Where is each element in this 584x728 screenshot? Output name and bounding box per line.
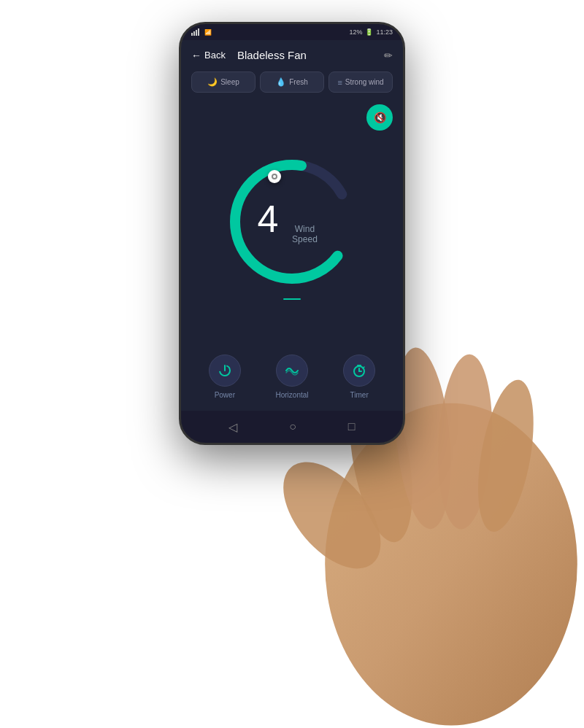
status-left: 📶 [191,28,212,36]
sound-button[interactable]: 🔇 [366,104,393,131]
battery-icon: 🔋 [365,28,373,36]
svg-point-12 [468,376,543,536]
wind-speed-label: Wind Speed [283,223,326,244]
dial-knob-inner [272,174,277,179]
back-button[interactable]: ← Back [191,50,226,61]
power-control[interactable]: Power [209,355,241,399]
nav-home-button[interactable]: ○ [289,420,296,433]
nav-menu-button[interactable]: □ [348,420,356,433]
power-icon-circle [209,355,241,387]
app-screen: ← Back Bladeless Fan ✏ 🌙 Sleep 💧 Fresh [181,40,403,411]
wind-speed-number: 4 [258,199,279,237]
phone-wrapper: 📶 12% 🔋 11:23 ← Back Bladeless Fan [179,22,405,445]
svg-point-8 [325,403,577,726]
timer-icon [352,363,366,378]
phone: 📶 12% 🔋 11:23 ← Back Bladeless Fan [179,22,405,445]
horizontal-icon [284,363,300,379]
app-title: Bladeless Fan [237,49,384,61]
signal-bars [191,28,199,36]
status-right: 12% 🔋 11:23 [349,28,393,36]
battery-text: 12% [349,28,362,36]
horizontal-label: Horizontal [275,391,308,399]
dial-knob[interactable] [268,170,281,183]
mode-fresh[interactable]: 💧 Fresh [260,71,324,93]
horizontal-control[interactable]: Horizontal [275,355,308,399]
sleep-icon: 🌙 [207,77,218,87]
timer-icon-circle [343,355,375,387]
timer-control[interactable]: Timer [343,355,375,399]
fresh-icon: 💧 [276,77,286,87]
svg-point-13 [264,444,399,586]
dial-container[interactable]: 4 Wind Speed [223,152,361,291]
time-text: 11:23 [376,28,393,36]
mode-sleep[interactable]: 🌙 Sleep [191,71,256,93]
sound-icon: 🔇 [374,112,386,123]
edit-icon[interactable]: ✏ [384,50,393,61]
scene: 📶 12% 🔋 11:23 ← Back Bladeless Fan [0,0,584,728]
mode-buttons: 🌙 Sleep 💧 Fresh ≡ Strong wind [191,71,393,93]
svg-point-11 [434,353,496,530]
fresh-label: Fresh [289,78,308,86]
mode-strong-wind[interactable]: ≡ Strong wind [328,71,393,93]
strong-wind-label: Strong wind [345,78,384,86]
status-bar: 📶 12% 🔋 11:23 [181,24,403,40]
power-label: Power [215,391,235,399]
app-header: ← Back Bladeless Fan ✏ [191,49,393,61]
bottom-controls: Power Horizontal [191,347,393,402]
wifi-icon: 📶 [204,29,212,36]
horizontal-icon-circle [276,355,308,387]
dial-indicator [283,298,301,300]
power-icon [218,363,232,378]
nav-bar: ◁ ○ □ [181,411,403,443]
back-label: Back [204,50,226,61]
sleep-label: Sleep [220,78,239,86]
dial-center: 4 Wind Speed [258,199,327,244]
nav-back-button[interactable]: ◁ [228,420,237,434]
dial-section: 🔇 [191,104,393,347]
timer-label: Timer [350,391,369,399]
strong-wind-icon: ≡ [337,78,342,87]
back-arrow-icon: ← [191,50,201,61]
